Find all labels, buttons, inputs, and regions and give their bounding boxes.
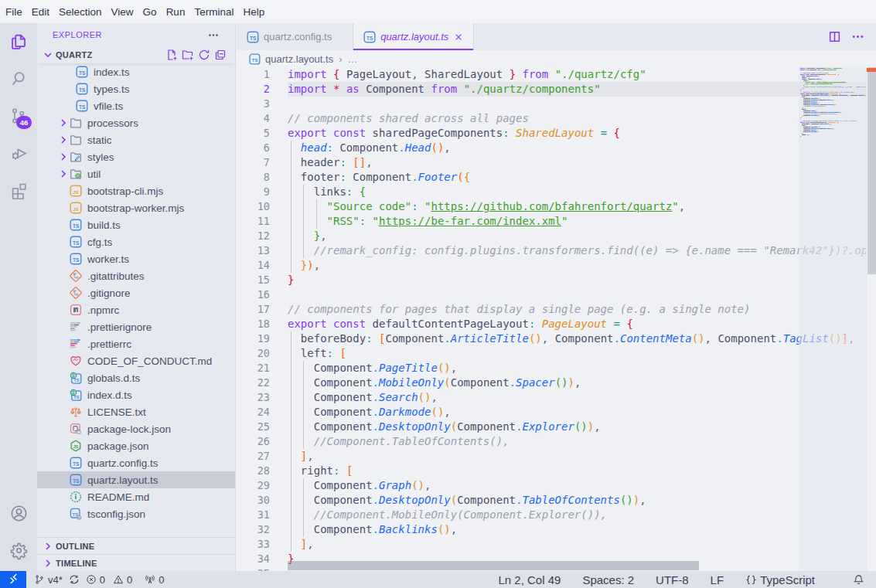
tab-quartz.config.ts[interactable]: TSquartz.config.ts — [237, 23, 353, 50]
split-editor-button[interactable] — [827, 29, 842, 45]
status-label: Ln 2, Col 49 — [499, 573, 561, 586]
tree-item-label: CODE_OF_CONDUCT.md — [87, 355, 212, 367]
menu-help[interactable]: Help — [238, 0, 269, 23]
code-token: defaultContentPageLayout — [366, 318, 529, 330]
sidebar-title: EXPLORER — [53, 30, 102, 39]
section-timeline[interactable]: TIMELINE — [37, 554, 235, 571]
split-editor-icon — [828, 30, 841, 43]
menu-terminal[interactable]: Terminal — [189, 0, 238, 23]
tree-item-quartz.config.ts[interactable]: TSquartz.config.ts — [37, 454, 235, 471]
tree-item-vfile.ts[interactable]: TSvfile.ts — [37, 97, 235, 114]
menu-file[interactable]: File — [1, 0, 27, 23]
status-problems[interactable]: 00 — [83, 571, 135, 588]
horizontal-scrollbar-slider[interactable] — [288, 561, 699, 570]
tree-item-quartz.layout.ts[interactable]: TSquartz.layout.ts — [37, 471, 235, 488]
ts-file-icon: TS — [70, 474, 82, 486]
remote-indicator[interactable] — [0, 571, 26, 588]
status-indentation[interactable]: Spaces: 2 — [571, 571, 645, 588]
tree-item-bootstrap-worker.mjs[interactable]: .JSbootstrap-worker.mjs — [37, 199, 235, 216]
menu-edit[interactable]: Edit — [27, 0, 54, 23]
code-token: Component — [385, 332, 444, 345]
menu-run[interactable]: Run — [162, 0, 190, 23]
tree-item-index.d.ts[interactable]: TSindex.d.ts — [37, 386, 235, 403]
tree-item-styles[interactable]: styles — [37, 148, 235, 165]
code-token: , — [314, 259, 320, 271]
tree-item-index.ts[interactable]: TSindex.ts — [37, 63, 235, 80]
line-number: 14 — [237, 258, 270, 273]
new-file-button[interactable] — [163, 49, 179, 61]
menu-go[interactable]: Go — [138, 0, 162, 23]
tree-item-build.ts[interactable]: TSbuild.ts — [37, 216, 235, 233]
tree-item-globals.d.ts[interactable]: TSglobals.d.ts — [37, 369, 235, 386]
status-encoding[interactable]: UTF-8 — [645, 571, 700, 588]
tree-item-util[interactable]: util — [37, 165, 235, 182]
tree-item-processors[interactable]: processors — [37, 114, 235, 131]
code-token: : — [411, 200, 418, 212]
code-token — [457, 83, 463, 95]
collapse-all-button[interactable] — [212, 49, 228, 61]
code-token: , — [836, 104, 837, 106]
tree-item-static[interactable]: static — [37, 131, 235, 148]
section-outline[interactable]: OUTLINE — [37, 537, 235, 554]
tree-item-cfg.ts[interactable]: TScfg.ts — [37, 233, 235, 250]
tree-item-types.ts[interactable]: TStypes.ts — [37, 80, 235, 97]
code-token: " — [373, 215, 379, 227]
collapse-all-icon — [214, 49, 227, 61]
tree-item-.gitignore[interactable]: .gitignore — [37, 284, 235, 301]
tree-item-package.json[interactable]: JSpackage.json — [37, 437, 235, 454]
tree-item-bootstrap-cli.mjs[interactable]: .JSbootstrap-cli.mjs — [37, 182, 235, 199]
new-folder-button[interactable] — [179, 49, 196, 61]
code-token — [607, 318, 613, 330]
code-editor[interactable]: 1234567891011121314151617181920212223242… — [237, 67, 876, 571]
menu-view[interactable]: View — [107, 0, 138, 23]
activitybar-source-control[interactable]: 46 — [0, 97, 37, 134]
refresh-button[interactable] — [196, 49, 212, 61]
line-number-gutter: 1234567891011121314151617181920212223242… — [237, 67, 270, 571]
tree-item-tsconfig.json[interactable]: TStsconfig.json — [37, 505, 235, 522]
minimap[interactable]: import { PageLayout, SharedLayout } from… — [799, 67, 866, 571]
more-button[interactable] — [850, 29, 865, 45]
tree-item-CODE_OF_CONDUCT.md[interactable]: CODE_OF_CONDUCT.md — [37, 352, 235, 369]
status-language[interactable]: TypeScript — [735, 571, 826, 588]
code-token: , — [307, 538, 313, 550]
tree-item-worker.ts[interactable]: TSworker.ts — [37, 250, 235, 267]
more-actions-icon[interactable] — [207, 29, 220, 41]
tab-quartz.layout.ts[interactable]: TSquartz.layout.ts — [353, 23, 474, 50]
vertical-scrollbar-slider[interactable] — [867, 67, 876, 274]
svg-text:JS: JS — [73, 444, 78, 449]
tree-item-package-lock.json[interactable]: package-lock.json — [37, 420, 235, 437]
breadcrumb[interactable]: TS quartz.layout.ts › … — [237, 50, 876, 67]
menu-selection[interactable]: Selection — [54, 0, 107, 23]
explorer-section-header[interactable]: QUARTZ — [37, 46, 235, 63]
status-eol[interactable]: LF — [700, 571, 735, 588]
status-cursor-position[interactable]: Ln 2, Col 49 — [488, 571, 572, 588]
code-token — [327, 127, 333, 139]
activitybar-search[interactable] — [0, 60, 37, 97]
tree-item-.npmrc[interactable]: .npmrc — [37, 301, 235, 318]
breadcrumb-file[interactable]: quartz.layout.ts — [265, 53, 333, 65]
tree-item-.prettierrc[interactable]: .prettierrc — [37, 335, 235, 352]
status-sync[interactable] — [66, 571, 83, 588]
close-tab-button[interactable] — [452, 30, 465, 44]
status-git-branch[interactable]: v4* — [28, 571, 66, 588]
activitybar-settings[interactable] — [0, 532, 37, 569]
line-number: 25 — [237, 420, 270, 434]
tree-item-label: bootstrap-cli.mjs — [87, 185, 163, 197]
code-line: Component.Graph(), — [288, 478, 866, 493]
activitybar-accounts[interactable] — [0, 495, 37, 532]
tree-item-README.md[interactable]: README.md — [37, 488, 235, 505]
tree-item-.gitattributes[interactable]: .gitattributes — [37, 267, 235, 284]
code-token: " — [672, 200, 678, 212]
vertical-scrollbar[interactable] — [866, 67, 876, 571]
activitybar-extensions[interactable] — [0, 172, 37, 209]
status-notifications[interactable] — [846, 571, 871, 588]
activitybar-run-debug[interactable] — [0, 134, 37, 172]
tree-item-LICENSE.txt[interactable]: LICENSE.txt — [37, 403, 235, 420]
code-token: , — [431, 391, 437, 403]
code-token: Darkmode — [811, 131, 817, 132]
activitybar-explorer[interactable] — [0, 23, 37, 60]
status-ports[interactable]: 0 — [141, 571, 167, 588]
breadcrumb-rest[interactable]: … — [348, 53, 358, 65]
line-number: 23 — [237, 390, 270, 405]
tree-item-.prettierignore[interactable]: .prettierignore — [37, 318, 235, 335]
